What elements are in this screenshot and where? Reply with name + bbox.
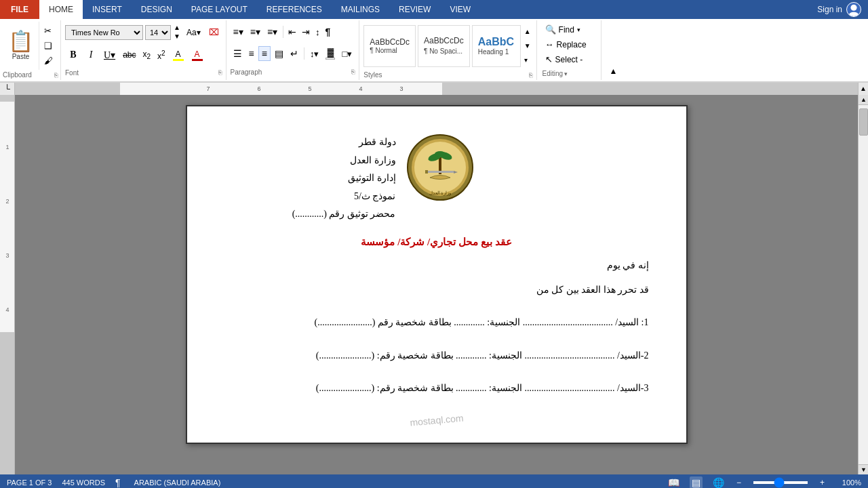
- clear-formatting-button[interactable]: ⌧: [206, 26, 222, 39]
- web-layout-button[interactable]: 🌐: [713, 477, 724, 488]
- doc-logo-center: وزارة العدل: [403, 134, 477, 201]
- sort-button[interactable]: ↕: [313, 26, 322, 39]
- subscript-button[interactable]: x2: [140, 47, 153, 63]
- doc-line-1: إنه في يوم: [224, 255, 649, 277]
- change-case-button[interactable]: Aa▾: [183, 26, 204, 39]
- svg-text:3: 3: [399, 85, 403, 92]
- svg-rect-10: [0, 102, 15, 332]
- tab-design[interactable]: DESIGN: [132, 0, 182, 19]
- show-paragraph-button[interactable]: ¶: [323, 25, 333, 39]
- paragraph-expand-icon[interactable]: ⎘: [351, 68, 355, 75]
- style-no-spacing[interactable]: AaBbCcDc ¶ No Spaci...: [418, 25, 470, 67]
- zoom-slider[interactable]: [753, 481, 808, 484]
- font-color-button[interactable]: A: [189, 47, 206, 63]
- find-button[interactable]: 🔍 Find ▾: [542, 23, 595, 36]
- numbering-button[interactable]: ≡▾: [248, 24, 263, 39]
- italic-button[interactable]: I: [83, 47, 99, 63]
- zoom-out-button[interactable]: −: [734, 478, 743, 487]
- decrease-font-size-button[interactable]: ▼: [173, 33, 181, 41]
- styles-expand-icon[interactable]: ⎘: [529, 72, 532, 79]
- cut-button[interactable]: ✂: [42, 25, 55, 37]
- svg-text:1: 1: [5, 144, 9, 150]
- shading-button[interactable]: ▓: [323, 46, 338, 61]
- multilevel-button[interactable]: ≡▾: [264, 24, 280, 39]
- file-tab[interactable]: FILE: [0, 0, 39, 19]
- doc-title: عقد بيع محل تجاري/ شركة/ مؤسسة: [224, 236, 649, 248]
- tab-page-layout[interactable]: PAGE LAYOUT: [182, 0, 257, 19]
- strikethrough-button[interactable]: abc: [120, 47, 138, 63]
- svg-point-0: [850, 5, 856, 11]
- increase-indent-button[interactable]: ⇥: [300, 25, 312, 39]
- borders-button[interactable]: □▾: [339, 47, 355, 60]
- text-highlight-button[interactable]: A: [170, 47, 187, 63]
- select-button[interactable]: ↖ Select -: [542, 53, 595, 66]
- format-painter-button[interactable]: 🖌: [42, 55, 55, 66]
- justify-button[interactable]: ▤: [272, 47, 286, 60]
- svg-rect-24: [425, 170, 428, 174]
- collapse-ribbon-button[interactable]: ▲: [607, 65, 620, 77]
- tab-insert[interactable]: INSERT: [83, 0, 132, 19]
- signin-label: Sign in: [817, 5, 842, 14]
- tab-mailings[interactable]: MAILINGS: [332, 0, 389, 19]
- svg-point-21: [435, 151, 446, 157]
- scroll-thumb[interactable]: [859, 108, 868, 136]
- copy-button[interactable]: ❑: [42, 40, 55, 52]
- paragraph-group-label: Paragraph: [231, 68, 262, 76]
- tab-references[interactable]: REFERENCES: [257, 0, 332, 19]
- style-heading1[interactable]: AaBbC Heading 1: [472, 25, 521, 67]
- tab-stop-selector[interactable]: └: [0, 83, 15, 95]
- superscript-button[interactable]: x2: [155, 47, 168, 63]
- styles-group-label: Styles: [363, 71, 382, 79]
- signin-button[interactable]: Sign in: [810, 0, 868, 19]
- bullets-button[interactable]: ≡▾: [231, 24, 246, 39]
- align-left-button[interactable]: ☰: [231, 47, 245, 60]
- status-bar: PAGE 1 OF 3 445 WORDS ¶ ARABIC (SAUDI AR…: [0, 474, 868, 488]
- scroll-up-button[interactable]: ▲: [859, 95, 868, 105]
- word-count: 445 WORDS: [62, 479, 105, 487]
- styles-scroll-down[interactable]: ▼: [523, 41, 532, 51]
- line-spacing-button[interactable]: ↕▾: [307, 47, 322, 60]
- scroll-track: [859, 105, 868, 464]
- tab-review[interactable]: REVIEW: [389, 0, 440, 19]
- rtl-button[interactable]: ↵: [288, 47, 301, 60]
- styles-group: AaBbCcDc ¶ Normal AaBbCcDc ¶ No Spaci...…: [359, 20, 536, 80]
- replace-icon: ↔: [545, 39, 554, 49]
- paste-button[interactable]: 📋 Paste: [3, 22, 39, 70]
- font-expand-icon[interactable]: ⎘: [218, 69, 222, 76]
- svg-rect-22: [427, 171, 454, 173]
- styles-more-button[interactable]: ▾: [523, 55, 532, 65]
- replace-button[interactable]: ↔ Replace: [542, 38, 595, 51]
- doc-header-text: دولة قطر وزارة العدل إدارة التوثيق نموذج…: [224, 134, 403, 224]
- print-layout-button[interactable]: ▤: [690, 476, 703, 488]
- zoom-in-button[interactable]: +: [818, 478, 827, 487]
- increase-font-size-button[interactable]: ▲: [173, 24, 181, 32]
- paragraph-marks-toggle[interactable]: ¶: [115, 477, 121, 488]
- tab-view[interactable]: VIEW: [440, 0, 480, 19]
- bold-button[interactable]: B: [65, 47, 81, 63]
- style-heading1-label: Heading 1: [478, 48, 509, 56]
- paste-label: Paste: [12, 53, 30, 60]
- read-mode-button[interactable]: 📖: [668, 477, 679, 488]
- svg-text:5: 5: [308, 85, 311, 92]
- tab-home[interactable]: HOME: [39, 0, 83, 19]
- styles-scroll-up[interactable]: ▲: [523, 26, 532, 37]
- page-info: PAGE 1 OF 3: [7, 479, 52, 487]
- vertical-ruler-toggle[interactable]: ▲: [858, 83, 868, 95]
- right-scrollbar: ▲ ▼: [858, 95, 868, 474]
- font-family-select[interactable]: Times New Ro: [65, 25, 143, 40]
- style-normal[interactable]: AaBbCcDc ¶ Normal: [363, 25, 416, 67]
- underline-button[interactable]: U▾: [100, 47, 119, 63]
- avatar: [846, 2, 861, 17]
- doc-line-3: 1: السيد/ ..............................…: [224, 312, 649, 333]
- language[interactable]: ARABIC (SAUDI ARABIA): [131, 478, 224, 487]
- align-center-button[interactable]: ≡: [246, 47, 257, 60]
- select-icon: ↖: [545, 54, 553, 64]
- doc-line-4: 2-السيد/ ...............................…: [224, 345, 649, 367]
- zoom-level[interactable]: 100%: [837, 479, 861, 487]
- editing-expand-icon[interactable]: ▾: [564, 70, 568, 77]
- scroll-down-button[interactable]: ▼: [859, 464, 868, 474]
- decrease-indent-button[interactable]: ⇤: [286, 25, 298, 39]
- align-right-button[interactable]: ≡: [258, 46, 271, 61]
- font-size-select[interactable]: 14: [145, 25, 171, 40]
- clipboard-expand-icon[interactable]: ⎘: [54, 72, 58, 79]
